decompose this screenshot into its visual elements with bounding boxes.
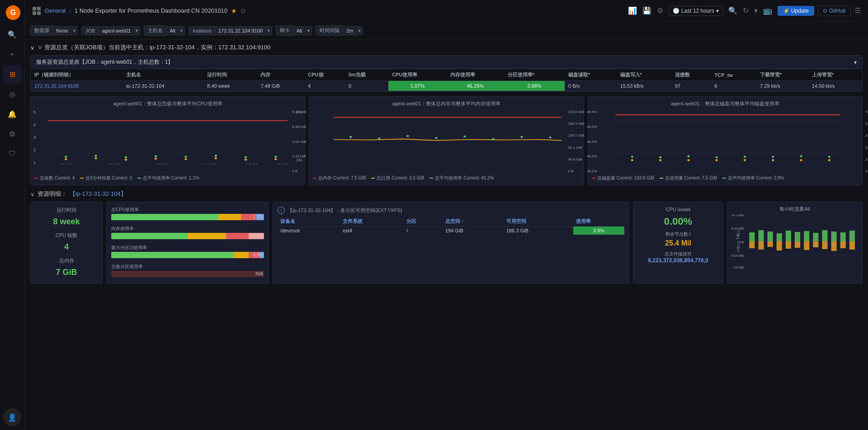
github-button[interactable]: ⊙ GitHub [818, 5, 851, 16]
cell-fs: ext4 [340, 227, 404, 235]
sidebar-item-add[interactable]: ＋ [3, 45, 21, 63]
cell-connections: 97 [671, 81, 711, 91]
instance-select[interactable]: 172.31.32.104:9100 [215, 26, 272, 35]
cell-disk-usage: 3.88% [504, 81, 565, 91]
datasource-select[interactable]: None [53, 26, 78, 35]
topbar-left: General / 1 Node Exporter for Prometheus… [32, 6, 246, 15]
svg-point-25 [215, 155, 217, 156]
col-load5m: 5m负载 [345, 69, 388, 81]
section1-header[interactable]: ∨ ∨ 资源总览（关联JOB项）当前选中主机：ip-172-31-32-104，… [30, 43, 863, 52]
add-panel-icon[interactable]: 📊 [628, 6, 637, 15]
svg-point-72 [772, 156, 774, 157]
instance-select-wrap[interactable]: 172.31.32.104:9100 [215, 26, 272, 35]
job-select-wrap[interactable]: agent-web01 [99, 26, 140, 35]
cpu-usage-label: 总CPU使用率 [111, 207, 264, 213]
col-disk-write: 磁盘写入* [617, 69, 671, 81]
traffic-chart-svg: 19.1 MiB 9.54 MiB 0 B -9.54 MiB -19 MiB [731, 214, 859, 269]
job-select[interactable]: agent-web01 [99, 26, 140, 35]
topbar-actions: ⚡ Update ⊙ GitHub ☰ [778, 5, 861, 16]
settings-icon[interactable]: ⚙ [657, 6, 663, 15]
svg-text:0 B: 0 B [739, 241, 744, 244]
svg-point-66 [828, 159, 830, 161]
mem-bar-fill [111, 233, 264, 239]
svg-rect-102 [849, 231, 855, 241]
svg-text:上传(↑) / 下载(↓): 上传(↑) / 下载(↓) [736, 230, 740, 253]
col-device: 设备名 [278, 217, 340, 227]
tv-mode-icon[interactable]: 📺 [763, 6, 772, 15]
time-range-picker[interactable]: 🕐 Last 12 hours ▾ [669, 6, 723, 16]
mem-usage-value: 46.3% [250, 233, 263, 238]
svg-rect-91 [749, 232, 755, 241]
hamburger-menu-icon[interactable]: ☰ [854, 6, 861, 15]
summary-panel-header: 服务器资源总览表【JOB：agent-web01，主机总数：1】 ▾ [31, 56, 862, 69]
disk-table: 设备名 文件系统 分区 总空间 ↑ 可用空间 使用率 /dev/root ext… [278, 217, 624, 235]
svg-text:16:00: 16:00 [246, 163, 258, 164]
hostname-select[interactable]: All [166, 26, 185, 35]
mem-chart-panel: agent-web01：整体总内存与整体平均内存使用率 9.31 GiB 6.9… [309, 96, 584, 185]
cpu-bar-fill [111, 214, 264, 220]
cell-partition: / [404, 227, 443, 235]
svg-point-21 [94, 155, 97, 156]
favorite-star-icon[interactable]: ★ [231, 7, 237, 14]
cell-available-space: 186.3 GiB [504, 227, 573, 235]
svg-point-24 [184, 156, 187, 157]
breadcrumb-sep: / [69, 7, 71, 14]
nic-label: 网卡 [276, 25, 293, 36]
detail-section-header[interactable]: ∨ 资源明细： 【ip-172-31-32-104】 [30, 190, 863, 198]
uptime-label: 运行时间 [35, 207, 98, 213]
sidebar-item-settings[interactable]: ⚙ [3, 125, 21, 143]
sidebar-item-explore[interactable]: ◎ [3, 85, 21, 103]
svg-rect-112 [831, 241, 837, 251]
sidebar-item-alerts[interactable]: 🔔 [3, 105, 21, 123]
zoom-out-icon[interactable]: 🔍 [728, 6, 737, 15]
uptime-value: 8 week [35, 217, 98, 227]
update-button[interactable]: ⚡ Update [778, 6, 814, 16]
disk-chart-svg: 08:00 10:00 12:00 14:00 16:00 18:00 [615, 110, 840, 164]
grafana-logo[interactable]: G [5, 5, 19, 19]
disk-table-panel: i 【ip-172-31-32-104】：各分区可用空间(EXT.*/XFS) … [273, 202, 629, 284]
charts-row: agent-web01：整体总负载与整体平均CPU使用率 5 4 3 2 1 2… [30, 96, 863, 185]
share-icon[interactable]: ⊙ [241, 7, 246, 14]
save-icon[interactable]: 💾 [642, 6, 651, 15]
mem-bar-green [111, 233, 188, 239]
summary-panel-chevron-icon[interactable]: ▾ [854, 59, 857, 66]
cpu-usage-row: 总CPU使用率 1.1% [111, 207, 264, 220]
col-uptime: 运行时间 [203, 69, 257, 81]
hostname-select-wrap[interactable]: All [166, 26, 185, 35]
breadcrumb-general[interactable]: General [45, 7, 66, 14]
disk-usage-bar: 3.9% [111, 252, 264, 258]
svg-point-23 [155, 155, 157, 157]
cell-memory: 7.48 GiB [257, 81, 304, 91]
datasource-select-wrap[interactable]: None [53, 26, 78, 35]
nic-select[interactable]: All [293, 26, 312, 35]
svg-point-68 [659, 156, 661, 158]
svg-point-62 [715, 159, 717, 161]
col-hostname: 主机名 [123, 69, 203, 81]
sidebar-item-search[interactable]: 🔍 [3, 25, 21, 43]
sidebar-item-user[interactable]: 👤 [3, 408, 21, 426]
summary-panel: 服务器资源总览表【JOB：agent-web01，主机总数：1】 ▾ IP（链接… [30, 55, 863, 92]
cpu-cores-value: 4 [35, 242, 98, 252]
interval-select-wrap[interactable]: 2m [343, 26, 363, 35]
cell-ip[interactable]: 172.31.32.104:9100 [31, 81, 123, 91]
refresh-icon[interactable]: ↻ [743, 6, 749, 15]
cpu-chart-legend: 总核数 Current: 4 总5分钟负载 Current: 0 总平均使用率 … [34, 175, 301, 181]
traffic-chart-area: 19.1 MiB 9.54 MiB 0 B -9.54 MiB -19 MiB [731, 214, 859, 269]
svg-point-16 [184, 158, 187, 160]
sidebar-item-dashboard[interactable]: ⊞ [3, 65, 21, 83]
svg-text:19.1 MiB: 19.1 MiB [731, 214, 744, 217]
github-icon: ⊙ [823, 8, 827, 14]
refresh-dropdown-icon[interactable]: ▾ [754, 6, 758, 15]
svg-rect-108 [795, 241, 800, 248]
filter-hostname: 主机名 All [144, 25, 185, 36]
disk-chart-y-left: 232.8 GiB 186.3 GiB 139.7 GiB 93.1 GiB 4… [568, 110, 585, 173]
job-label: JOB [81, 26, 99, 35]
disk-info-icon[interactable]: i [278, 207, 285, 214]
summary-panel-title: 服务器资源总览表【JOB：agent-web01，主机总数：1】 [36, 58, 173, 66]
svg-rect-3 [37, 7, 41, 10]
sidebar-item-shield[interactable]: 🛡 [3, 145, 21, 163]
nic-select-wrap[interactable]: All [293, 26, 312, 35]
interval-select[interactable]: 2m [343, 26, 363, 35]
svg-rect-106 [777, 241, 782, 250]
svg-rect-113 [840, 241, 846, 248]
